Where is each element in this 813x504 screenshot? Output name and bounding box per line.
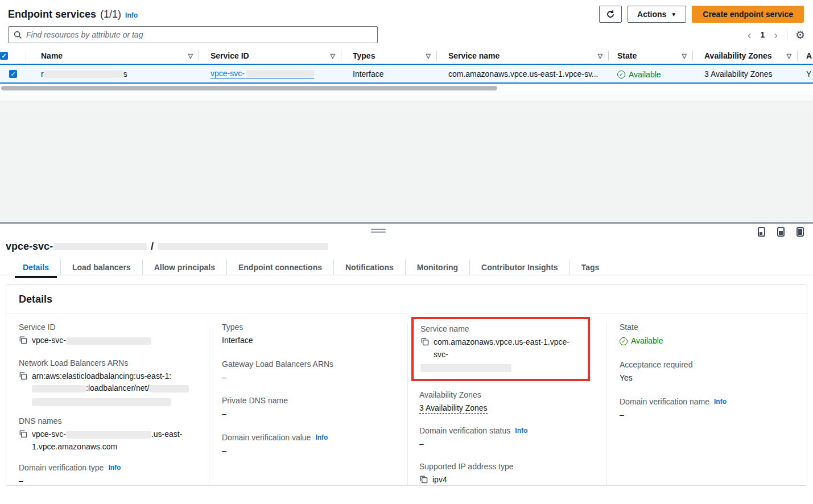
details-column-1: Service ID vpce-svc- Network Load Balanc… xyxy=(6,323,209,486)
details-column-3: Service name com.amazonaws.vpce.us-east-… xyxy=(407,323,606,486)
filter-icon[interactable]: ▽ xyxy=(787,52,791,60)
filter-icon[interactable]: ▽ xyxy=(598,52,602,60)
details-column-4: State ✓Available Acceptance required Yes… xyxy=(606,323,807,486)
details-column-2: Types Interface Gateway Load Balancers A… xyxy=(209,323,407,486)
service-id-link[interactable]: vpce-svc- xyxy=(211,69,314,79)
tab-monitoring[interactable]: Monitoring xyxy=(405,259,469,275)
chevron-down-icon: ▼ xyxy=(671,11,676,18)
row-service-name-cell: com.amazonaws.vpce.us-east-1.vpce-sv... xyxy=(437,69,609,79)
available-check-icon: ✓ xyxy=(617,71,625,79)
copy-icon[interactable] xyxy=(19,371,27,384)
panel-size-medium-icon[interactable] xyxy=(777,227,785,237)
details-heading: Details xyxy=(6,285,807,313)
tab-details[interactable]: Details xyxy=(11,259,60,275)
panel-tabs: Details Load balancers Allow principals … xyxy=(0,259,813,275)
info-link[interactable]: Info xyxy=(125,11,138,19)
content-background xyxy=(0,101,813,222)
details-body: Service ID vpce-svc- Network Load Balanc… xyxy=(6,313,807,486)
availability-zones-popover-trigger[interactable]: 3 Availability Zones xyxy=(704,69,773,79)
tab-allow-principals[interactable]: Allow principals xyxy=(142,259,226,275)
horizontal-scrollbar xyxy=(0,85,813,92)
info-link[interactable]: Info xyxy=(714,398,727,406)
panel-size-small-icon[interactable] xyxy=(758,227,765,237)
redacted-text xyxy=(32,398,171,406)
redacted-text xyxy=(44,71,123,78)
column-header-acceptance[interactable]: A xyxy=(798,51,813,61)
copy-icon[interactable] xyxy=(420,337,429,350)
row-az-cell: 3 Availability Zones xyxy=(693,69,798,79)
info-link[interactable]: Info xyxy=(108,464,121,472)
copy-icon[interactable] xyxy=(19,336,27,348)
panel-resize-handle[interactable] xyxy=(371,229,386,233)
panel-size-large-icon[interactable] xyxy=(797,227,804,237)
refresh-icon xyxy=(606,10,615,19)
details-card: Details Service ID vpce-svc- Network Loa… xyxy=(6,284,807,486)
column-header-types[interactable]: Types ▽ xyxy=(341,51,437,61)
panel-title: vpce-svc-/ xyxy=(6,241,813,253)
info-link[interactable]: Info xyxy=(315,433,328,441)
scrollbar-thumb[interactable] xyxy=(1,86,497,90)
row-checkbox[interactable]: ✓ xyxy=(9,70,17,78)
filter-icon[interactable]: ▽ xyxy=(682,52,687,60)
vpc-endpoint-services-page: Endpoint services (1/1) Info Actions ▼ C… xyxy=(0,0,813,504)
refresh-button[interactable] xyxy=(599,6,622,23)
actions-button[interactable]: Actions ▼ xyxy=(628,6,686,23)
row-acceptance-cell: Y xyxy=(798,69,813,79)
availability-zones-popover-trigger[interactable]: 3 Availability Zones xyxy=(419,403,488,414)
panel-layout-controls xyxy=(758,227,804,237)
field-acceptance-required: Acceptance required Yes xyxy=(620,360,797,385)
table-footer-strip xyxy=(0,92,813,101)
field-domain-verification-name: Domain verification nameInfo – xyxy=(620,397,797,422)
copy-icon[interactable] xyxy=(19,429,27,442)
redacted-text xyxy=(246,70,314,77)
filter-icon[interactable]: ▽ xyxy=(188,52,193,60)
available-check-icon: ✓ xyxy=(620,337,628,345)
select-all-cell: ✓ xyxy=(0,51,26,61)
info-link[interactable]: Info xyxy=(515,427,527,435)
field-domain-verification-type: Domain verification typeInfo – xyxy=(19,463,199,486)
field-service-name: Service name com.amazonaws.vpce.us-east-… xyxy=(420,324,581,372)
current-page[interactable]: 1 xyxy=(758,30,767,39)
filter-icon[interactable]: ▽ xyxy=(331,52,335,60)
filter-icon[interactable]: ▽ xyxy=(426,52,431,60)
column-header-service-name[interactable]: Service name ▽ xyxy=(437,51,609,61)
select-all-checkbox[interactable]: ✓ xyxy=(0,52,8,60)
field-nlb-arns: Network Load Balancers ARNs arn:aws:elas… xyxy=(19,358,199,406)
tab-notifications[interactable]: Notifications xyxy=(333,259,405,275)
field-private-dns-name: Private DNS name – xyxy=(222,396,397,420)
table-row[interactable]: ✓ rs vpce-svc- Interface com.amazonaws.v… xyxy=(0,64,813,84)
page-header: Endpoint services (1/1) Info Actions ▼ C… xyxy=(0,0,813,23)
next-page-icon[interactable]: › xyxy=(773,29,779,40)
column-header-name[interactable]: Name ▽ xyxy=(26,51,199,61)
previous-page-icon[interactable]: ‹ xyxy=(746,29,753,40)
search-input[interactable] xyxy=(26,30,372,39)
search-box[interactable] xyxy=(8,26,378,43)
column-header-availability-zones[interactable]: Availability Zones ▽ xyxy=(693,51,798,61)
redacted-text xyxy=(420,364,511,372)
field-types: Types Interface xyxy=(222,323,397,347)
column-header-service-id[interactable]: Service ID ▽ xyxy=(199,51,341,61)
divider xyxy=(787,28,787,41)
redacted-text xyxy=(53,243,147,250)
create-label: Create endpoint service xyxy=(703,10,793,19)
gear-icon[interactable]: ⚙ xyxy=(795,28,805,42)
tab-endpoint-connections[interactable]: Endpoint connections xyxy=(226,259,333,275)
redacted-text xyxy=(66,337,151,345)
field-dns-names: DNS names vpce-svc-.us-east-1.vpce.amazo… xyxy=(19,416,199,453)
create-endpoint-service-button[interactable]: Create endpoint service xyxy=(692,6,804,23)
tab-tags[interactable]: Tags xyxy=(569,259,611,275)
page-title-group: Endpoint services (1/1) Info xyxy=(8,9,138,20)
row-state-cell: ✓Available xyxy=(609,69,693,79)
tab-contributor-insights[interactable]: Contributor Insights xyxy=(469,259,569,275)
column-header-state[interactable]: State ▽ xyxy=(609,51,693,61)
header-actions: Actions ▼ Create endpoint service xyxy=(599,6,804,23)
page-title: Endpoint services xyxy=(8,9,96,20)
field-supported-ip-address-type: Supported IP address type ipv4 xyxy=(419,462,596,486)
copy-icon[interactable] xyxy=(419,475,428,486)
endpoint-services-list-section: Endpoint services (1/1) Info Actions ▼ C… xyxy=(0,0,813,101)
redacted-text xyxy=(149,385,189,393)
resource-count: (1/1) xyxy=(100,9,121,20)
field-domain-verification-value: Domain verification valueInfo – xyxy=(222,433,397,457)
tab-load-balancers[interactable]: Load balancers xyxy=(60,259,142,275)
table-header-row: ✓ Name ▽ Service ID ▽ Types ▽ Service na… xyxy=(0,48,813,64)
